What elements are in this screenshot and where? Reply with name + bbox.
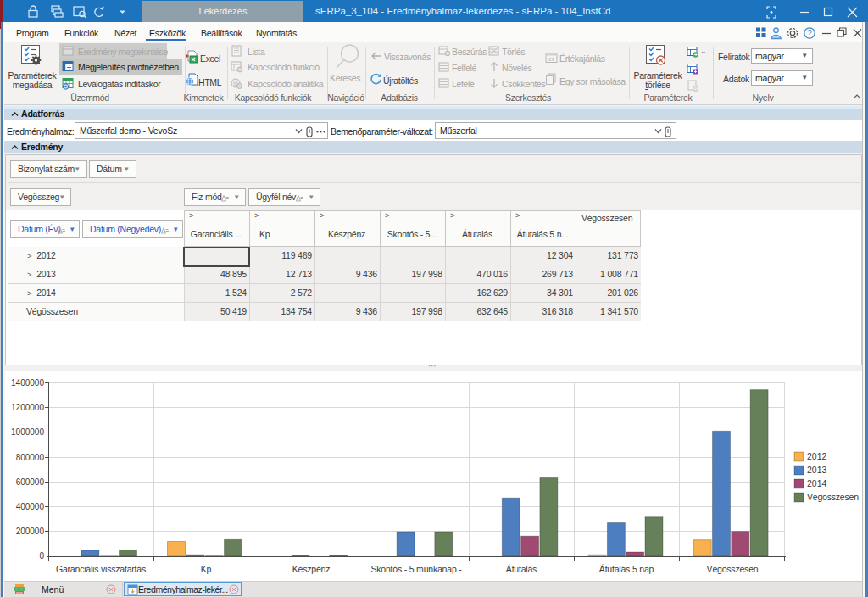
svg-text:2012: 2012 (807, 451, 827, 461)
svg-text:2013: 2013 (807, 465, 827, 475)
svg-text:200000: 200000 (16, 527, 45, 536)
svg-text:Készpénz: Készpénz (292, 564, 331, 574)
svg-text:Végösszesen: Végösszesen (807, 492, 859, 502)
svg-text:600000: 600000 (16, 477, 45, 487)
svg-text:1400000: 1400000 (11, 378, 44, 388)
svg-text:?: ? (807, 29, 812, 38)
svg-text:1200000: 1200000 (11, 403, 44, 412)
svg-text:400000: 400000 (16, 502, 45, 511)
svg-text:23: 23 (548, 57, 554, 62)
svg-text:Garanciális visszatartás: Garanciális visszatartás (56, 564, 146, 574)
svg-text:0: 0 (39, 551, 44, 561)
svg-text:1000000: 1000000 (11, 427, 44, 437)
svg-text:Skontós - 5 munkanap -: Skontós - 5 munkanap - (370, 564, 462, 574)
svg-text:800000: 800000 (16, 453, 45, 462)
svg-text:Átutalás: Átutalás (506, 564, 537, 574)
svg-text:Átutalás 5 nap: Átutalás 5 nap (599, 564, 654, 574)
svg-text:Kp: Kp (201, 564, 212, 574)
svg-text:Végösszesen: Végösszesen (707, 564, 759, 574)
svg-text:2014: 2014 (807, 478, 827, 488)
